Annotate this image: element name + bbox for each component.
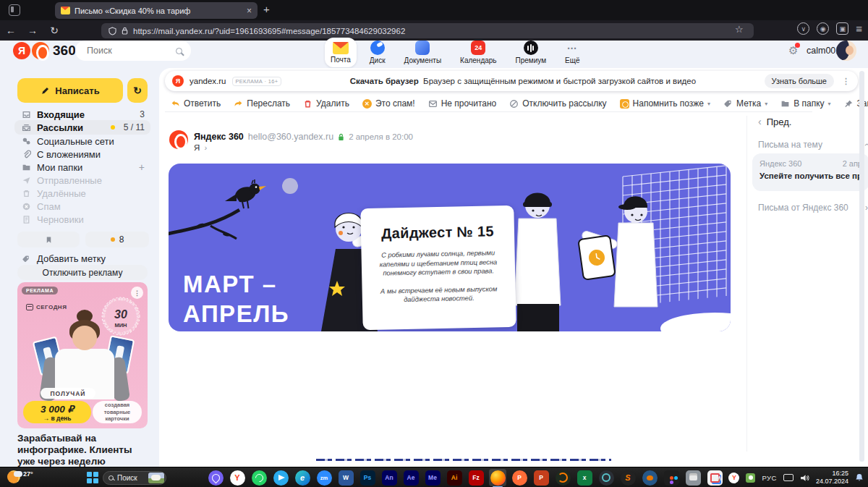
- app-printer[interactable]: [684, 469, 702, 486]
- disable-ads-button[interactable]: Отключить рекламу: [17, 265, 148, 280]
- tray-yandex-icon[interactable]: Y: [728, 473, 739, 483]
- app-viber[interactable]: [207, 469, 224, 486]
- new-tab-button[interactable]: +: [263, 3, 270, 15]
- tray-app-icon[interactable]: [746, 473, 755, 483]
- forward-button[interactable]: Переслать: [234, 98, 290, 109]
- bookmark-star-icon[interactable]: ☆: [735, 24, 744, 35]
- sidebar-item-spam[interactable]: Спам: [14, 200, 150, 213]
- sidebar-item-inbox[interactable]: Входящие 3: [14, 108, 150, 121]
- app-illustrator[interactable]: Ai: [446, 469, 463, 486]
- page-scrollbar[interactable]: [859, 71, 864, 462]
- app-postman[interactable]: P: [511, 469, 528, 486]
- reload-icon[interactable]: ↻: [43, 25, 65, 36]
- clock[interactable]: 16:25 24.07.2024: [816, 470, 848, 486]
- volume-icon[interactable]: [800, 473, 809, 483]
- app-photoshop[interactable]: Ps: [359, 469, 376, 486]
- browser-tab[interactable]: Письмо «Скидка 40% на тариф ×: [55, 2, 258, 19]
- menu-icon[interactable]: ≡: [856, 22, 862, 35]
- forward-icon[interactable]: →: [22, 25, 43, 36]
- app-sketch-tool[interactable]: S: [619, 469, 637, 486]
- label-button[interactable]: Метка ▾: [723, 98, 767, 109]
- unread-button[interactable]: Не прочитано: [428, 98, 497, 109]
- delete-button[interactable]: Удалить: [303, 98, 349, 109]
- app-filezilla[interactable]: Fz: [467, 469, 485, 486]
- shield-icon[interactable]: [109, 27, 116, 35]
- notification-bell-icon[interactable]: [855, 473, 864, 482]
- extensions-icon[interactable]: ▣: [836, 22, 848, 35]
- account-icon[interactable]: ◉: [817, 22, 829, 35]
- sender-name[interactable]: Яндекс 360: [194, 132, 244, 142]
- thread-topic-header[interactable]: Письма на тему ›: [758, 140, 868, 150]
- remind-later-button[interactable]: Напомнить позже ▾: [620, 98, 710, 109]
- pocket-icon[interactable]: ∨: [797, 22, 809, 35]
- settings-gear-icon[interactable]: ⚙: [788, 44, 798, 57]
- app-animate[interactable]: An: [380, 469, 398, 486]
- language-indicator[interactable]: РУС: [762, 474, 777, 482]
- app-firefox-active[interactable]: [489, 469, 506, 486]
- url-bar[interactable]: https://mail.yandex.ru/?uid=1961693695#m…: [101, 23, 754, 38]
- app-helm[interactable]: [597, 469, 615, 486]
- temperature[interactable]: 27°: [23, 470, 33, 478]
- recipient-row[interactable]: Я ›: [194, 143, 207, 152]
- network-icon[interactable]: [783, 474, 793, 481]
- sidebar-item-sent[interactable]: Отправленные: [14, 174, 150, 187]
- header-search[interactable]: [75, 41, 191, 61]
- app-word[interactable]: W: [337, 469, 354, 486]
- promo-cta-button[interactable]: Узнать больше: [765, 74, 834, 88]
- sidebar-item-drafts[interactable]: Черновики: [14, 213, 150, 226]
- ad-caption[interactable]: Зарабатывай на инфографике. Клиенты уже …: [17, 433, 149, 467]
- spam-button[interactable]: ✕ Это спам!: [362, 98, 415, 109]
- sidebar-item-my-folders[interactable]: Мои папки +: [14, 161, 150, 174]
- move-to-folder-button[interactable]: В папку ▾: [780, 98, 830, 109]
- app-after-effects[interactable]: Ae: [402, 469, 420, 486]
- thread-message-card[interactable]: Яндекс 360 2 апр Успейте получить все пр…: [752, 153, 868, 191]
- prev-message-button[interactable]: ‹ Пред.: [758, 116, 791, 127]
- reply-button[interactable]: Ответить: [171, 98, 221, 109]
- app-yandex-browser[interactable]: Y: [229, 469, 246, 486]
- promo-menu-icon[interactable]: ⋮: [840, 77, 852, 86]
- sidebar-item-social[interactable]: Социальные сети: [14, 135, 150, 148]
- lock-icon[interactable]: [122, 27, 128, 35]
- firefox-view-icon[interactable]: [9, 4, 20, 16]
- sidebar-item-newsletters[interactable]: Рассылки 5 / 11: [14, 120, 150, 135]
- service-more[interactable]: ⋯ Ещё: [559, 38, 585, 67]
- taskbar-search[interactable]: Поиск: [103, 471, 166, 485]
- app-media-encoder[interactable]: Me: [424, 469, 441, 486]
- app-zoom[interactable]: zm: [315, 469, 333, 486]
- app-blender[interactable]: [641, 469, 658, 486]
- weather-icon[interactable]: [7, 470, 20, 483]
- promo-banner[interactable]: Я yandex.ru РЕКЛАМА · 16+ Скачать браузе…: [165, 71, 858, 91]
- add-label-button[interactable]: Добавить метку: [22, 253, 106, 264]
- search-input[interactable]: [87, 46, 166, 56]
- app-telegram[interactable]: [272, 469, 289, 486]
- start-button[interactable]: [87, 472, 98, 483]
- pinned-pill[interactable]: 8: [85, 232, 149, 247]
- app-excel[interactable]: x: [576, 469, 593, 486]
- app-music-player[interactable]: [554, 469, 571, 486]
- bookmarks-pill[interactable]: [17, 232, 80, 247]
- user-avatar[interactable]: [836, 41, 856, 61]
- app-figma[interactable]: [663, 469, 680, 486]
- back-icon[interactable]: ←: [0, 25, 22, 36]
- app-whatsapp[interactable]: [250, 469, 268, 486]
- yandex-logo[interactable]: Я: [13, 42, 30, 59]
- tray-expand-icon[interactable]: ∧: [717, 474, 722, 482]
- sidebar-item-trash[interactable]: Удалённые: [14, 187, 150, 200]
- service-mail[interactable]: Почта: [325, 38, 357, 67]
- tab-close-icon[interactable]: ×: [247, 6, 252, 16]
- service-premium[interactable]: Премиум: [510, 38, 553, 67]
- app-edge[interactable]: e: [294, 469, 311, 486]
- refresh-button[interactable]: ↻: [127, 78, 148, 103]
- sender-email[interactable]: hello@360.yandex.ru: [248, 132, 333, 142]
- service-calendar[interactable]: 24 Календарь: [454, 38, 502, 67]
- service-docs[interactable]: Документы: [399, 38, 448, 67]
- app-powerpoint[interactable]: P: [532, 469, 550, 486]
- ad-card[interactable]: РЕКЛАМА ⋮ СЕГОДНЯ ВРЕМЯ ВЕБИНАРА ВСЕГО •…: [17, 282, 148, 428]
- sidebar-item-attachments[interactable]: С вложениями: [14, 148, 150, 161]
- compose-button[interactable]: Написать: [17, 78, 123, 103]
- thread-from-sender[interactable]: Письма от Яндекс 360 ›: [758, 203, 868, 213]
- search-highlight-image[interactable]: [148, 473, 164, 483]
- service-disk[interactable]: Диск: [364, 38, 391, 67]
- unsubscribe-button[interactable]: Отключить рассылку: [509, 98, 606, 109]
- add-folder-icon[interactable]: +: [139, 161, 145, 173]
